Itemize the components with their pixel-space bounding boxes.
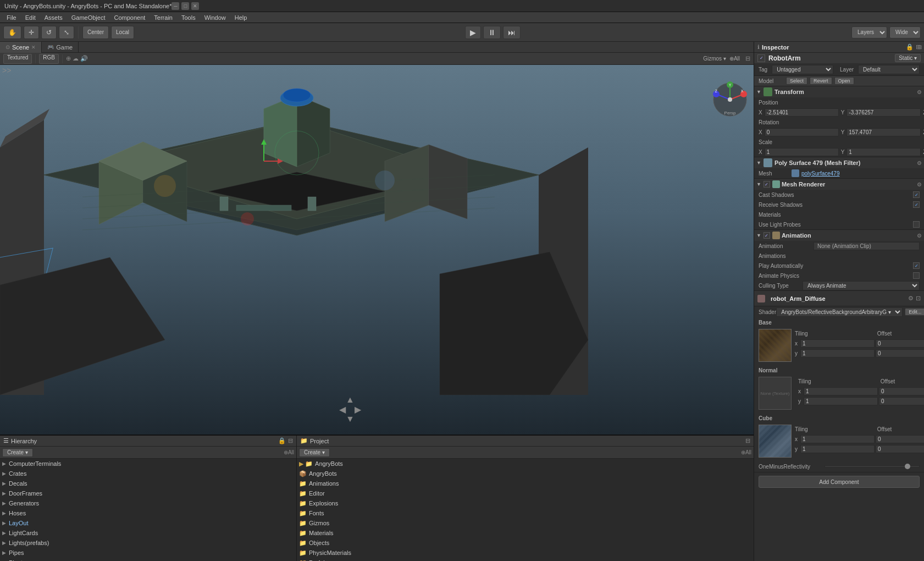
shader-dropdown[interactable]: AngryBots/ReflectiveBackgroundArbitraryG… [776, 307, 903, 317]
minimize-btn[interactable]: ─ [171, 2, 179, 10]
base-offset-y[interactable] [876, 349, 924, 358]
meshrenderer-enable[interactable]: ✓ [763, 181, 770, 188]
mesh-renderer-header[interactable]: ▼ ✓ Mesh Renderer ⚙ [754, 179, 924, 190]
hierarchy-create-btn[interactable]: Create ▾ [2, 448, 33, 457]
animation-section-header[interactable]: ▼ ✓ Animation ⚙ [754, 230, 924, 241]
hierarchy-item-decals[interactable]: ▶ Decals [0, 479, 296, 488]
cube-tiling-y[interactable] [800, 445, 875, 453]
animation-enable[interactable]: ✓ [763, 232, 770, 239]
receive-shadows-checkbox[interactable]: ✓ [913, 201, 920, 208]
material-close-icon[interactable]: ⊡ [916, 295, 921, 302]
textured-btn[interactable]: Textured [3, 54, 32, 64]
transform-section-header[interactable]: ▼ Transform ⚙ [754, 86, 924, 97]
scene-maximize-btn[interactable]: ⊟ [917, 44, 922, 50]
layer-dropdown[interactable]: Default [858, 65, 920, 74]
meshfilter-gear-icon[interactable]: ⚙ [917, 160, 922, 166]
project-item-gizmos[interactable]: 📁 Gizmos [297, 518, 754, 528]
scale-x-field[interactable] [765, 148, 839, 156]
nav-left-arrow[interactable]: ◀ [339, 404, 346, 415]
menu-gameobject[interactable]: GameObject [67, 13, 110, 22]
project-item-objects[interactable]: 📁 Objects [297, 538, 754, 548]
base-tiling-x[interactable] [800, 339, 875, 348]
static-badge[interactable]: Static ▾ [895, 54, 921, 62]
rgb-btn[interactable]: RGB [39, 54, 59, 64]
layers-dropdown[interactable]: Layers [851, 26, 887, 38]
cube-offset-x[interactable] [876, 435, 924, 443]
hand-tool-btn[interactable]: ✋ [3, 26, 21, 39]
project-item-physicmaterials[interactable]: 📁 PhysicMaterials [297, 548, 754, 558]
nav-right-arrow[interactable]: ▶ [355, 404, 361, 415]
normal-offset-y[interactable] [879, 397, 924, 405]
hierarchy-item-pipes[interactable]: ▶ Pipes [0, 548, 296, 558]
inspector-lock-icon[interactable]: 🔒 [906, 43, 914, 51]
scene-collapse-arrows[interactable]: >> [2, 66, 11, 75]
project-item-materials[interactable]: 📁 Materials [297, 528, 754, 538]
hierarchy-item-lightcards[interactable]: ▶ LightCards [0, 528, 296, 538]
model-open-btn[interactable]: Open [834, 77, 854, 85]
normal-tiling-x[interactable] [804, 387, 878, 395]
object-enable-checkbox[interactable]: ✓ [757, 54, 765, 62]
shader-edit-btn[interactable]: Edit... [905, 308, 924, 316]
scene-extra-btns[interactable]: ⊕ ☁ 🔊 [66, 55, 88, 62]
tab-game[interactable]: 🎮 Game [42, 42, 79, 53]
material-gear-icon[interactable]: ⚙ [908, 295, 914, 302]
menu-help[interactable]: Help [230, 13, 252, 22]
mesh-value[interactable]: polySurface479 [801, 170, 840, 177]
nav-up-arrow[interactable]: ▲ [346, 395, 355, 404]
menu-tools[interactable]: Tools [177, 13, 200, 22]
mesh-filter-header[interactable]: ▼ Poly Surface 479 (Mesh Filter) ⚙ [754, 157, 924, 168]
hierarchy-item-plants[interactable]: ▶ Plants [0, 558, 296, 561]
menu-terrain[interactable]: Terrain [150, 13, 177, 22]
meshrenderer-gear-icon[interactable]: ⚙ [917, 182, 922, 188]
maximize-btn[interactable]: □ [181, 2, 189, 10]
layout-dropdown[interactable]: Wide [889, 26, 921, 38]
normal-texture-thumb[interactable]: None (Texture) [759, 377, 792, 410]
scale-tool-btn[interactable]: ⤡ [59, 26, 74, 39]
add-component-btn[interactable]: Add Component [759, 476, 920, 488]
reflectivity-slider[interactable] [825, 465, 920, 468]
scene-tab-close[interactable]: ✕ [31, 45, 36, 50]
close-btn[interactable]: ✕ [191, 2, 199, 10]
project-close-btn[interactable]: ⊟ [745, 437, 750, 444]
menu-file[interactable]: File [2, 13, 21, 22]
project-item-animations[interactable]: 📁 Animations [297, 479, 754, 488]
rot-x-field[interactable] [765, 128, 839, 136]
pause-btn[interactable]: ⏸ [483, 26, 501, 39]
nav-down-arrow[interactable]: ▼ [346, 415, 355, 424]
pos-y-field[interactable]: -3.376257 [846, 108, 921, 117]
tab-scene[interactable]: ⊙ Scene ✕ [0, 42, 42, 53]
model-select-btn[interactable]: Select [786, 77, 807, 85]
menu-assets[interactable]: Assets [40, 13, 67, 22]
transform-gear-icon[interactable]: ⚙ [917, 89, 922, 95]
step-btn[interactable]: ⏭ [503, 26, 521, 39]
normal-offset-x[interactable] [879, 387, 924, 395]
project-item-editor[interactable]: 📁 Editor [297, 488, 754, 498]
scene-close-btn[interactable]: ⊟ [745, 55, 750, 62]
pos-x-field[interactable]: -2.51401 [765, 108, 839, 117]
play-auto-checkbox[interactable]: ✓ [913, 262, 920, 269]
base-tiling-y[interactable] [800, 349, 875, 358]
local-btn[interactable]: Local [111, 26, 134, 39]
move-tool-btn[interactable]: ✛ [24, 26, 39, 39]
rot-y-field[interactable] [846, 128, 921, 136]
project-create-btn[interactable]: Create ▾ [299, 448, 330, 457]
cube-tiling-x[interactable] [800, 435, 875, 443]
hierarchy-item-layout[interactable]: ▶ LayOut [0, 518, 296, 528]
use-light-probes-checkbox[interactable] [913, 221, 920, 228]
scale-y-field[interactable] [846, 148, 921, 156]
base-texture-thumb[interactable] [759, 329, 792, 362]
hierarchy-item-computer-terminals[interactable]: ▶ ComputerTerminals [0, 459, 296, 469]
hierarchy-item-doorframes[interactable]: ▶ DoorFrames [0, 488, 296, 498]
tag-dropdown[interactable]: Untagged [772, 65, 833, 74]
hierarchy-item-generators[interactable]: ▶ Generators [0, 498, 296, 508]
rotate-tool-btn[interactable]: ↺ [41, 26, 57, 39]
play-btn[interactable]: ▶ [465, 26, 481, 39]
project-item-prefabs[interactable]: 📁 Prefabs [297, 558, 754, 561]
hierarchy-item-hoses[interactable]: ▶ Hoses [0, 508, 296, 518]
menu-window[interactable]: Window [200, 13, 230, 22]
project-item-angrybots-folder[interactable]: ▶ 📁 AngryBots [297, 459, 754, 469]
menu-edit[interactable]: Edit [21, 13, 40, 22]
hierarchy-item-lights[interactable]: ▶ Lights(prefabs) [0, 538, 296, 548]
culling-dropdown[interactable]: Always Animate [803, 281, 920, 290]
model-revert-btn[interactable]: Revert [810, 77, 832, 85]
